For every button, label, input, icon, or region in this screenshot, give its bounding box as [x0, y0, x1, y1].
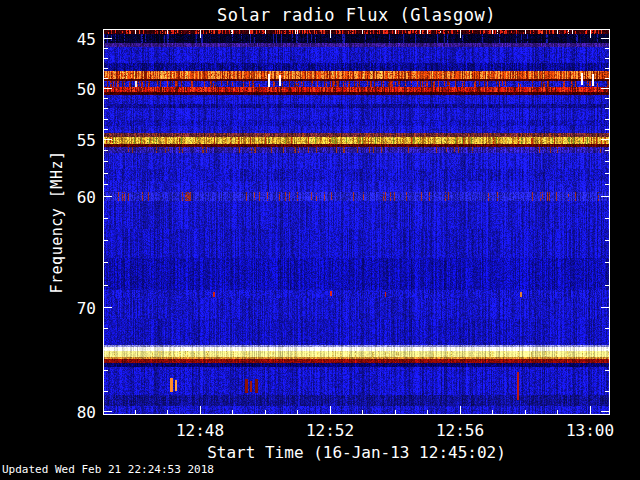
y-tick-label: 60 [38, 188, 96, 207]
y-tick-label: 55 [38, 131, 96, 150]
x-tick-label: 12:56 [424, 421, 496, 440]
spectrogram-window: Solar radio Flux (Glasgow) Frequency [MH… [0, 0, 640, 480]
y-tick-label: 45 [38, 30, 96, 49]
spectrogram-canvas [103, 29, 610, 415]
y-axis-title: Frequency [MHz] [48, 151, 66, 294]
x-tick-label: 12:48 [164, 421, 236, 440]
y-tick-label: 70 [38, 299, 96, 318]
y-tick-label: 50 [38, 80, 96, 99]
y-tick-label: 80 [38, 403, 96, 422]
page-title: Solar radio Flux (Glasgow) [103, 5, 610, 25]
x-tick-label: 13:00 [554, 421, 626, 440]
x-tick-label: 12:52 [294, 421, 366, 440]
updated-timestamp: Updated Wed Feb 21 22:24:53 2018 [2, 463, 214, 476]
x-axis-title: Start Time (16-Jan-13 12:45:02) [103, 443, 610, 462]
